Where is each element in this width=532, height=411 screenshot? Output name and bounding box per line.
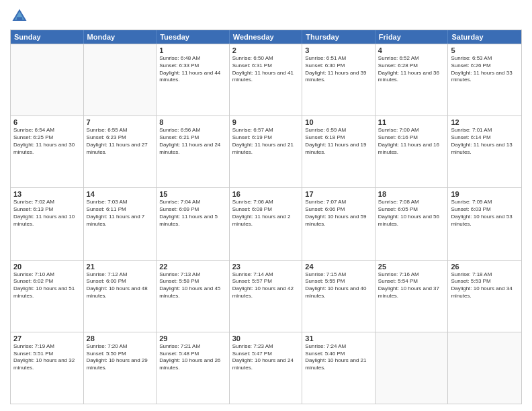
day-info: Sunrise: 7:12 AM Sunset: 6:00 PM Dayligh… [87,271,154,300]
cal-cell [84,44,157,116]
cal-cell: 13Sunrise: 7:02 AM Sunset: 6:13 PM Dayli… [11,188,84,259]
day-info: Sunrise: 7:08 AM Sunset: 6:05 PM Dayligh… [378,199,445,228]
cal-cell: 19Sunrise: 7:09 AM Sunset: 6:03 PM Dayli… [448,188,521,259]
cal-cell: 3Sunrise: 6:51 AM Sunset: 6:30 PM Daylig… [302,44,375,116]
cal-cell: 24Sunrise: 7:15 AM Sunset: 5:55 PM Dayli… [302,261,375,332]
cal-cell: 17Sunrise: 7:07 AM Sunset: 6:06 PM Dayli… [302,188,375,259]
day-number: 8 [159,118,226,126]
day-number: 30 [232,334,300,342]
day-number: 29 [159,334,226,342]
day-info: Sunrise: 6:53 AM Sunset: 6:26 PM Dayligh… [451,55,519,84]
day-info: Sunrise: 7:24 AM Sunset: 5:46 PM Dayligh… [305,343,372,372]
day-info: Sunrise: 7:13 AM Sunset: 5:58 PM Dayligh… [159,271,226,300]
cal-cell: 5Sunrise: 6:53 AM Sunset: 6:26 PM Daylig… [448,44,521,116]
day-number: 26 [451,263,519,271]
day-info: Sunrise: 7:01 AM Sunset: 6:14 PM Dayligh… [451,127,519,156]
day-number: 18 [378,190,445,198]
cal-cell: 18Sunrise: 7:08 AM Sunset: 6:05 PM Dayli… [375,188,449,259]
day-info: Sunrise: 7:00 AM Sunset: 6:16 PM Dayligh… [378,127,445,156]
header [10,7,522,26]
day-info: Sunrise: 6:48 AM Sunset: 6:33 PM Dayligh… [159,55,226,84]
header-day-saturday: Saturday [448,30,521,44]
day-number: 3 [305,46,372,54]
calendar-header: SundayMondayTuesdayWednesdayThursdayFrid… [11,30,521,44]
cal-cell: 28Sunrise: 7:20 AM Sunset: 5:50 PM Dayli… [84,332,157,404]
cal-cell: 8Sunrise: 6:56 AM Sunset: 6:21 PM Daylig… [157,116,230,187]
day-number: 15 [159,190,226,198]
cal-cell: 10Sunrise: 6:59 AM Sunset: 6:18 PM Dayli… [302,116,375,187]
day-number: 16 [232,190,300,198]
day-number: 2 [232,46,300,54]
cal-cell: 22Sunrise: 7:13 AM Sunset: 5:58 PM Dayli… [157,261,230,332]
day-info: Sunrise: 7:03 AM Sunset: 6:11 PM Dayligh… [87,199,154,228]
cal-cell: 16Sunrise: 7:06 AM Sunset: 6:08 PM Dayli… [230,188,303,259]
logo [10,7,32,26]
day-number: 19 [451,190,519,198]
cal-cell: 30Sunrise: 7:23 AM Sunset: 5:47 PM Dayli… [230,332,303,404]
day-number: 10 [305,118,372,126]
day-info: Sunrise: 7:09 AM Sunset: 6:03 PM Dayligh… [451,199,519,228]
day-info: Sunrise: 7:14 AM Sunset: 5:57 PM Dayligh… [232,271,300,300]
header-day-tuesday: Tuesday [157,30,230,44]
day-info: Sunrise: 7:20 AM Sunset: 5:50 PM Dayligh… [87,343,154,372]
day-number: 17 [305,190,372,198]
day-number: 13 [13,190,81,198]
day-info: Sunrise: 7:19 AM Sunset: 5:51 PM Dayligh… [13,343,81,372]
day-number: 4 [378,46,445,54]
day-number: 25 [378,263,445,271]
day-info: Sunrise: 6:55 AM Sunset: 6:23 PM Dayligh… [87,127,154,156]
day-number: 21 [87,263,154,271]
day-info: Sunrise: 6:51 AM Sunset: 6:30 PM Dayligh… [305,55,372,84]
day-info: Sunrise: 7:18 AM Sunset: 5:53 PM Dayligh… [451,271,519,300]
cal-cell [375,332,449,404]
week-2: 6Sunrise: 6:54 AM Sunset: 6:25 PM Daylig… [11,116,521,187]
day-info: Sunrise: 7:16 AM Sunset: 5:54 PM Dayligh… [378,271,445,300]
header-day-sunday: Sunday [11,30,84,44]
day-info: Sunrise: 7:10 AM Sunset: 6:02 PM Dayligh… [13,271,81,300]
cal-cell: 27Sunrise: 7:19 AM Sunset: 5:51 PM Dayli… [11,332,84,404]
day-number: 22 [159,263,226,271]
cal-cell: 7Sunrise: 6:55 AM Sunset: 6:23 PM Daylig… [84,116,157,187]
cal-cell: 21Sunrise: 7:12 AM Sunset: 6:00 PM Dayli… [84,261,157,332]
cal-cell: 26Sunrise: 7:18 AM Sunset: 5:53 PM Dayli… [448,261,521,332]
day-info: Sunrise: 7:15 AM Sunset: 5:55 PM Dayligh… [305,271,372,300]
week-5: 27Sunrise: 7:19 AM Sunset: 5:51 PM Dayli… [11,332,521,404]
cal-cell [448,332,521,404]
day-number: 20 [13,263,81,271]
day-info: Sunrise: 7:04 AM Sunset: 6:09 PM Dayligh… [159,199,226,228]
day-info: Sunrise: 7:23 AM Sunset: 5:47 PM Dayligh… [232,343,300,372]
header-day-friday: Friday [375,30,449,44]
day-number: 9 [232,118,300,126]
day-number: 7 [87,118,154,126]
cal-cell: 11Sunrise: 7:00 AM Sunset: 6:16 PM Dayli… [375,116,449,187]
day-info: Sunrise: 6:52 AM Sunset: 6:28 PM Dayligh… [378,55,445,84]
cal-cell: 31Sunrise: 7:24 AM Sunset: 5:46 PM Dayli… [302,332,375,404]
day-number: 6 [13,118,81,126]
day-number: 24 [305,263,372,271]
day-info: Sunrise: 6:59 AM Sunset: 6:18 PM Dayligh… [305,127,372,156]
day-number: 31 [305,334,372,342]
cal-cell: 14Sunrise: 7:03 AM Sunset: 6:11 PM Dayli… [84,188,157,259]
cal-cell: 20Sunrise: 7:10 AM Sunset: 6:02 PM Dayli… [11,261,84,332]
day-info: Sunrise: 6:56 AM Sunset: 6:21 PM Dayligh… [159,127,226,156]
logo-icon [10,7,29,26]
day-info: Sunrise: 7:02 AM Sunset: 6:13 PM Dayligh… [13,199,81,228]
day-number: 5 [451,46,519,54]
page: SundayMondayTuesdayWednesdayThursdayFrid… [0,0,532,411]
day-number: 23 [232,263,300,271]
day-number: 1 [159,46,226,54]
cal-cell: 15Sunrise: 7:04 AM Sunset: 6:09 PM Dayli… [157,188,230,259]
cal-cell: 9Sunrise: 6:57 AM Sunset: 6:19 PM Daylig… [230,116,303,187]
week-3: 13Sunrise: 7:02 AM Sunset: 6:13 PM Dayli… [11,187,521,259]
cal-cell: 25Sunrise: 7:16 AM Sunset: 5:54 PM Dayli… [375,261,449,332]
cal-cell [11,44,84,116]
day-number: 27 [13,334,81,342]
day-number: 12 [451,118,519,126]
day-info: Sunrise: 7:07 AM Sunset: 6:06 PM Dayligh… [305,199,372,228]
cal-cell: 1Sunrise: 6:48 AM Sunset: 6:33 PM Daylig… [157,44,230,116]
header-day-monday: Monday [84,30,157,44]
svg-rect-2 [17,17,22,21]
header-day-thursday: Thursday [302,30,375,44]
day-number: 14 [87,190,154,198]
day-info: Sunrise: 6:50 AM Sunset: 6:31 PM Dayligh… [232,55,300,84]
